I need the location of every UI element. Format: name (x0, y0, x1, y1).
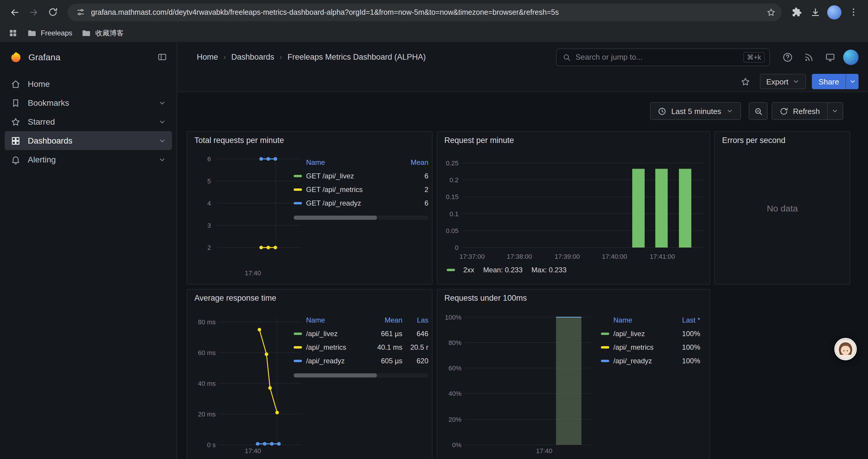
chevron-down-icon[interactable] (158, 99, 166, 107)
legend-header-name[interactable]: Name (601, 316, 670, 324)
bookmark-item-freeleaps[interactable]: Freeleaps (27, 28, 72, 38)
legend-row[interactable]: /api/_livez 100% (601, 327, 700, 340)
legend-header-name[interactable]: Name (294, 316, 368, 324)
dashboard-actions: Export Share (177, 71, 868, 92)
series-color-dash (294, 359, 302, 362)
help-icon[interactable] (779, 49, 796, 65)
svg-text:0.25: 0.25 (446, 160, 459, 167)
scrollbar-thumb[interactable] (294, 373, 377, 378)
legend-series-mean: 661 µs (368, 329, 402, 338)
legend-header-last[interactable]: Last * (670, 316, 700, 324)
panel-errors-per-second: Errors per second No data (714, 131, 850, 285)
legend-row[interactable]: /api/_metrics 40.1 ms 20.5 r (294, 340, 428, 354)
legend-series-mean: 605 µs (368, 357, 402, 365)
favorite-star-icon[interactable] (737, 73, 754, 90)
chevron-down-icon[interactable] (158, 118, 166, 126)
share-button[interactable]: Share (812, 74, 845, 89)
svg-text:17:39:00: 17:39:00 (555, 253, 580, 260)
downloads-button[interactable] (807, 3, 824, 21)
export-button[interactable]: Export (760, 74, 806, 89)
legend-row[interactable]: /api/_metrics 100% (601, 340, 700, 354)
search-input[interactable] (576, 53, 739, 61)
news-rss-icon[interactable] (801, 49, 817, 65)
legend-header-mean[interactable]: Mean (400, 158, 428, 166)
svg-text:5: 5 (208, 177, 211, 185)
legend-row[interactable]: GET /api/_metrics 2 (294, 183, 428, 196)
time-range-picker[interactable]: Last 5 minutes (650, 102, 741, 120)
forward-button[interactable] (25, 3, 42, 21)
sidebar: Grafana Home Bookmarks Starred (0, 42, 177, 459)
zoom-out-icon (754, 107, 763, 116)
legend-row[interactable]: /api/_readyz 605 µs 620 (294, 354, 428, 367)
legend-header-name[interactable]: Name (294, 158, 400, 166)
sidebar-item-home[interactable]: Home (5, 74, 172, 93)
bookmark-icon (11, 98, 21, 108)
dashboard-canvas: Last 5 minutes Refresh Total requests pe… (177, 92, 868, 459)
search-icon (562, 53, 571, 61)
svg-text:60 ms: 60 ms (198, 349, 216, 357)
legend-scrollbar[interactable] (294, 216, 428, 220)
no-data-message: No data (715, 132, 850, 284)
refresh-button[interactable]: Refresh (772, 103, 827, 119)
legend-header-mean[interactable]: Mean (368, 316, 402, 324)
refresh-interval-dropdown[interactable] (827, 103, 842, 119)
floating-avatar[interactable] (834, 338, 857, 360)
address-bar[interactable] (67, 3, 782, 21)
legend-row[interactable]: GET /api/_livez 6 (294, 169, 428, 183)
site-settings-icon[interactable] (73, 5, 88, 19)
chevron-down-icon (849, 78, 856, 85)
svg-text:17:40: 17:40 (245, 269, 261, 277)
apps-grid-icon[interactable] (8, 28, 18, 38)
legend-scrollbar[interactable] (294, 373, 428, 378)
legend-row[interactable]: GET /api/_readyz 6 (294, 196, 428, 210)
url-input[interactable] (91, 8, 761, 16)
panel-request-per-minute: Request per minute 0.250.20.150.10.05017… (437, 131, 710, 285)
kebab-menu-icon (848, 7, 858, 17)
sidebar-item-dashboards[interactable]: Dashboards (5, 131, 172, 150)
share-dropdown[interactable] (845, 74, 859, 89)
svg-text:17:41:00: 17:41:00 (650, 253, 675, 260)
search-box[interactable]: ⌘+k (556, 48, 770, 66)
bookmark-item-blog[interactable]: 收藏博客 (82, 28, 124, 38)
zoom-out-button[interactable] (749, 102, 768, 120)
panel-total-requests: Total requests per minute 6543217:40 Nam… (187, 131, 433, 285)
legend-series-mean: 6 (400, 172, 428, 180)
reload-button[interactable] (44, 3, 61, 21)
bookmark-star-icon[interactable] (764, 5, 778, 19)
browser-toolbar (0, 0, 868, 24)
svg-text:17:40:00: 17:40:00 (602, 253, 627, 260)
sidebar-toggle-icon[interactable] (157, 52, 167, 62)
browser-menu-button[interactable] (844, 3, 862, 21)
legend[interactable]: 2xx Mean: 0.233 Max: 0.233 (447, 266, 567, 274)
series-color-dash (294, 346, 302, 348)
svg-text:3: 3 (208, 222, 211, 229)
topnav: Home › Dashboards › Freeleaps Metrics Da… (177, 42, 868, 71)
breadcrumb-home[interactable]: Home (197, 53, 218, 61)
legend-row[interactable]: /api/_livez 661 µs 646 (294, 327, 428, 340)
folder-icon (82, 28, 91, 38)
back-button[interactable] (6, 3, 24, 21)
sidebar-item-bookmarks[interactable]: Bookmarks (5, 93, 172, 112)
scrollbar-thumb[interactable] (294, 216, 377, 220)
bookmark-label: Freeleaps (41, 29, 72, 37)
bookmarks-bar: Freeleaps 收藏博客 (0, 24, 868, 42)
user-avatar[interactable] (843, 49, 859, 65)
series-color-dash (447, 269, 455, 271)
grafana-logo[interactable] (9, 51, 23, 64)
svg-text:40%: 40% (448, 390, 462, 397)
chevron-down-icon[interactable] (158, 156, 166, 163)
extensions-button[interactable] (788, 3, 805, 21)
profile-button[interactable] (826, 3, 843, 21)
svg-text:60%: 60% (448, 364, 462, 372)
sidebar-item-alerting[interactable]: Alerting (5, 150, 172, 169)
legend-row[interactable]: /api/_readyz 100% (601, 354, 700, 367)
request-per-minute-chart[interactable]: 0.250.20.150.10.05017:37:0017:38:0017:39… (437, 132, 710, 284)
screen-share-icon[interactable] (822, 49, 838, 65)
breadcrumb-dashboards[interactable]: Dashboards (231, 53, 275, 61)
legend-header-last[interactable]: Las (402, 316, 428, 324)
sidebar-item-starred[interactable]: Starred (5, 112, 172, 131)
chevron-down-icon[interactable] (158, 137, 166, 144)
svg-text:0: 0 (455, 244, 459, 251)
sidebar-nav: Home Bookmarks Starred Dashboards (0, 71, 177, 172)
legend-series-last: 20.5 r (402, 343, 428, 351)
